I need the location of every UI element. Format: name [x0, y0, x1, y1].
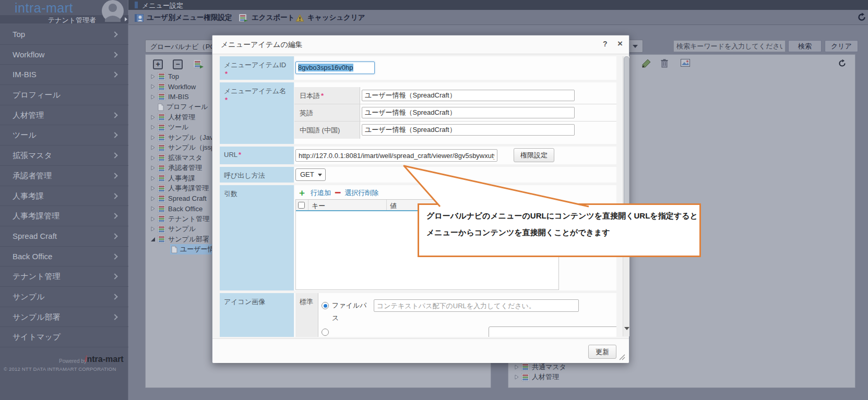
menu-item-id-input[interactable]: 8gvbo3sps16v0hp — [295, 62, 375, 74]
expand-icon[interactable] — [150, 165, 156, 171]
sidebar-item[interactable]: テナント管理 — [0, 266, 128, 287]
url-input[interactable] — [295, 149, 497, 162]
expand-icon[interactable] — [150, 135, 156, 140]
expand-icon[interactable] — [150, 94, 156, 100]
expand-icon[interactable] — [150, 176, 156, 181]
standard-image-select[interactable] — [489, 326, 616, 337]
expand-icon[interactable] — [150, 84, 156, 89]
sidebar-item-label: ツール — [13, 130, 37, 140]
menu-item-id-label: メニューアイテムID* — [220, 56, 294, 80]
menu-folder-icon — [158, 174, 165, 182]
menu-folder-icon — [158, 225, 165, 233]
delete-button[interactable] — [661, 59, 668, 70]
user-permission-button[interactable]: ユーザ別メニュー権限設定 — [135, 13, 232, 23]
avatar[interactable] — [101, 0, 125, 26]
sidebar-item[interactable]: ツール — [0, 125, 128, 146]
app-logo: intra-mart — [15, 1, 73, 16]
sidebar-menu: Top Workflow IM-BIS プロフィール 人材管理 ツール — [0, 25, 128, 347]
refresh-page-button[interactable] — [857, 13, 866, 24]
annotation-line2: メニューからコンテンツを直接開くことができます — [426, 228, 610, 238]
expand-icon[interactable] — [150, 206, 156, 211]
name-zh-row: 中国語 (中国) — [294, 122, 616, 139]
warning-icon — [295, 14, 304, 22]
sidebar-item[interactable]: Spread Craft — [0, 226, 128, 247]
image-button[interactable] — [681, 59, 690, 69]
dialog-help-button[interactable]: ? — [603, 40, 608, 48]
select-all-checkbox[interactable] — [298, 202, 305, 209]
add-node-button[interactable]: + — [153, 59, 163, 69]
sidebar-item[interactable]: Back Office — [0, 247, 128, 267]
collapse-icon[interactable] — [150, 237, 156, 242]
expand-icon[interactable] — [150, 216, 156, 222]
expand-icon[interactable] — [514, 374, 519, 380]
export-button[interactable]: エクスポート — [239, 13, 295, 23]
sidebar-item[interactable]: 承認者管理 — [0, 166, 128, 186]
sidebar-item-label: サンプル部署 — [13, 312, 60, 322]
refresh-panel-button[interactable] — [838, 59, 847, 70]
icon-path-input[interactable] — [374, 299, 579, 312]
update-button[interactable]: 更新 — [588, 345, 616, 359]
scrollbar-thumb[interactable] — [624, 56, 629, 207]
sidebar-item[interactable]: サンプル — [0, 287, 128, 307]
sidebar-item[interactable]: プロフィール — [0, 85, 128, 105]
expand-icon[interactable] — [150, 145, 156, 150]
powered-by-label: Powered by — [59, 358, 87, 364]
expand-icon[interactable] — [514, 365, 519, 370]
permission-settings-button[interactable]: 権限設定 — [514, 148, 554, 162]
chevron-right-icon — [112, 314, 117, 320]
menu-item-name-row: メニューアイテム名* 日本語* 英語 中国語 (中国) — [220, 82, 616, 144]
clear-button[interactable]: クリア — [825, 40, 858, 52]
name-en-label: 英語 — [294, 104, 360, 121]
resize-grip[interactable] — [619, 354, 625, 360]
remove-node-button[interactable]: − — [173, 59, 183, 69]
scrollbar-down-arrow[interactable] — [624, 327, 629, 330]
sidebar-item[interactable]: 人事考課管理 — [0, 206, 128, 226]
dialog-close-button[interactable]: × — [617, 39, 623, 49]
expand-icon[interactable] — [150, 74, 156, 79]
sidebar-item[interactable]: 拡張マスタ — [0, 146, 128, 166]
expand-icon[interactable] — [150, 196, 156, 201]
sidebar-item[interactable]: Workflow — [0, 45, 128, 65]
user-menu-caret-icon[interactable] — [125, 17, 127, 21]
expand-icon[interactable] — [150, 125, 156, 130]
search-button[interactable]: 検索 — [788, 40, 822, 52]
name-en-input[interactable] — [362, 107, 575, 118]
tree-item[interactable]: 共通マスタ — [514, 362, 590, 372]
chevron-right-icon — [112, 193, 117, 199]
add-row-link[interactable]: 行追加 — [311, 188, 331, 198]
cache-clear-button[interactable]: キャッシュクリア — [295, 13, 365, 23]
chevron-down-icon — [633, 45, 638, 48]
add-folder-button[interactable] — [194, 60, 204, 71]
tree-item-label: サンプル — [168, 224, 196, 234]
name-zh-input[interactable] — [362, 124, 575, 136]
sidebar-item-label: 人事考課 — [13, 191, 44, 201]
url-label: URL* — [220, 147, 294, 164]
search-input[interactable] — [673, 40, 786, 52]
delete-rows-link[interactable]: 選択行削除 — [344, 188, 378, 198]
sidebar-item[interactable]: IM-BIS — [0, 65, 128, 85]
menu-item-name-label: メニューアイテム名* — [220, 82, 294, 144]
document-icon — [158, 103, 164, 111]
file-path-radio-label: ファイルパス — [332, 299, 372, 324]
tree-item[interactable]: 人材管理 — [514, 372, 590, 383]
expand-icon[interactable] — [150, 226, 156, 232]
standard-image-radio[interactable] — [322, 329, 329, 336]
sidebar-item[interactable]: 人事考課 — [0, 186, 128, 207]
expand-icon[interactable] — [150, 155, 156, 161]
method-select[interactable]: GET — [295, 168, 326, 181]
sidebar-item[interactable]: 人材管理 — [0, 105, 128, 126]
sidebar-item[interactable]: サイトマップ — [0, 327, 128, 347]
edit-button[interactable] — [642, 59, 651, 70]
name-ja-input[interactable] — [362, 90, 575, 101]
expand-icon[interactable] — [150, 115, 156, 120]
chevron-right-icon — [112, 253, 117, 259]
file-path-radio[interactable] — [322, 302, 329, 309]
image-icon — [681, 59, 690, 67]
sidebar-item-label: Workflow — [13, 50, 44, 59]
sidebar-item[interactable]: Top — [0, 25, 128, 45]
sidebar-item[interactable]: サンプル部署 — [0, 307, 128, 328]
dialog-scrollbar[interactable] — [623, 56, 629, 336]
edit-menu-item-dialog: メニューアイテムの編集 ? × メニューアイテムID* 8gvbo3sps16v… — [212, 35, 629, 363]
expand-icon[interactable] — [150, 186, 156, 191]
dialog-form: メニューアイテムID* 8gvbo3sps16v0hp メニューアイテム名* 日… — [220, 56, 616, 340]
